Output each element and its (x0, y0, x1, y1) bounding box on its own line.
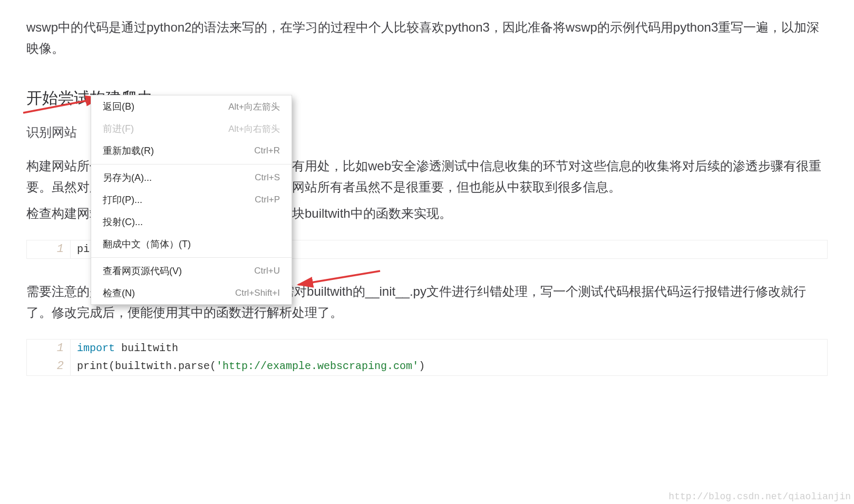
menu-item: 前进(F)Alt+向右箭头 (91, 118, 292, 140)
menu-item[interactable]: 检查(N)Ctrl+Shift+I (91, 282, 292, 304)
menu-item-label: 查看网页源代码(V) (103, 265, 182, 277)
line-number: 1 (27, 240, 71, 258)
menu-item-label: 返回(B) (103, 100, 134, 113)
code-text: import builtwith (71, 340, 178, 357)
menu-item-label: 检查(N) (103, 287, 135, 299)
menu-item-label: 打印(P)... (103, 193, 142, 206)
menu-item-label: 翻成中文（简体）(T) (103, 238, 191, 250)
menu-item-label: 投射(C)... (103, 216, 143, 228)
menu-item-label: 另存为(A)... (103, 171, 152, 184)
code-text: print(builtwith.parse('http://example.we… (71, 357, 425, 375)
menu-separator (91, 164, 292, 164)
menu-item[interactable]: 打印(P)...Ctrl+P (91, 189, 292, 211)
menu-item-shortcut: Ctrl+P (255, 195, 280, 205)
paragraph-intro: wswp中的代码是通过python2的语法来写的，在学习的过程中个人比较喜欢py… (26, 17, 828, 59)
menu-item-shortcut: Ctrl+R (254, 146, 280, 156)
line-number: 2 (27, 357, 71, 375)
menu-item-shortcut: Alt+向左箭头 (228, 101, 280, 113)
menu-item[interactable]: 查看网页源代码(V)Ctrl+U (91, 260, 292, 282)
code-block-2: 1 import builtwith 2 print(builtwith.par… (26, 339, 828, 376)
menu-item[interactable]: 另存为(A)...Ctrl+S (91, 167, 292, 189)
watermark-text: http://blog.csdn.net/qiaolianjin (668, 491, 851, 502)
menu-item-shortcut: Ctrl+S (255, 172, 280, 183)
context-menu[interactable]: 返回(B)Alt+向左箭头前进(F)Alt+向右箭头重新加载(R)Ctrl+R另… (91, 95, 292, 305)
menu-item-shortcut: Ctrl+Shift+I (235, 288, 280, 298)
menu-item-shortcut: Ctrl+U (254, 266, 280, 276)
menu-item-label: 重新加载(R) (103, 144, 154, 157)
code-text: pi (71, 240, 90, 258)
line-number: 1 (27, 340, 71, 357)
menu-item[interactable]: 返回(B)Alt+向左箭头 (91, 95, 292, 118)
menu-separator (91, 257, 292, 258)
menu-item[interactable]: 翻成中文（简体）(T) (91, 233, 292, 255)
menu-item-shortcut: Alt+向右箭头 (228, 123, 280, 135)
menu-item[interactable]: 重新加载(R)Ctrl+R (91, 140, 292, 162)
menu-item[interactable]: 投射(C)... (91, 211, 292, 233)
menu-item-label: 前进(F) (103, 122, 134, 135)
